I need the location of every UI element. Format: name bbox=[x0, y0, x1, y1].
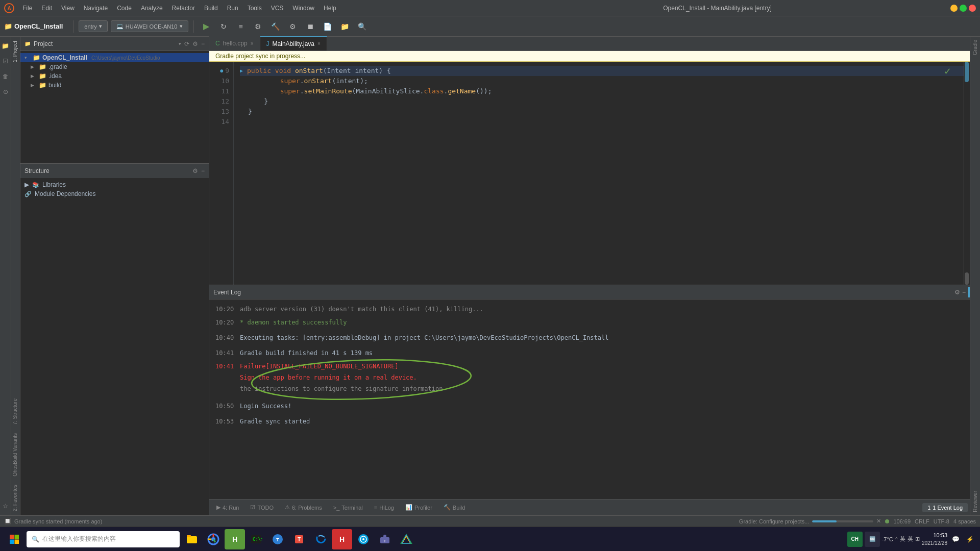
taskbar-app-testapp[interactable]: T bbox=[289, 529, 309, 549]
tree-root[interactable]: ▾ 📁 OpenCL_Install C:\Users\jaymo\DevEco… bbox=[20, 53, 209, 62]
code-content[interactable]: ▶ public void onStart(Intent intent) { s… bbox=[234, 62, 970, 285]
build-list-button[interactable]: ≡ bbox=[234, 19, 248, 34]
menu-file[interactable]: File bbox=[18, 3, 36, 14]
taskbar-app-chrome[interactable] bbox=[203, 529, 224, 549]
project-minimize-icon[interactable]: − bbox=[201, 40, 205, 47]
menu-vcs[interactable]: VCS bbox=[267, 3, 288, 14]
circle-icon[interactable]: ⊙ bbox=[0, 85, 13, 99]
event-log-settings-icon[interactable]: ⚙ bbox=[954, 289, 960, 296]
menu-run[interactable]: Run bbox=[223, 3, 242, 14]
project-view-icon[interactable]: 📁 bbox=[0, 39, 13, 53]
menu-navigate[interactable]: Navigate bbox=[80, 3, 112, 14]
structure-tab-label[interactable]: 7: Structure bbox=[11, 394, 20, 429]
structure-minimize-icon[interactable]: − bbox=[201, 167, 205, 174]
favorites-icon[interactable]: ☆ bbox=[0, 499, 13, 513]
tab-todo[interactable]: ☑ TODO bbox=[245, 503, 279, 512]
maximize-button[interactable]: □ bbox=[960, 5, 967, 12]
tray-expand[interactable]: ^ bbox=[895, 536, 898, 542]
project-tab-label[interactable]: 1: Project bbox=[11, 37, 20, 66]
notification-panel-icon[interactable]: 💬 bbox=[949, 529, 962, 549]
refresh-button[interactable]: ↻ bbox=[216, 19, 231, 34]
taskbar-app-edge[interactable] bbox=[310, 529, 331, 549]
taskbar-app-explorer[interactable] bbox=[182, 529, 202, 549]
taskbar-app-h2[interactable]: H bbox=[332, 529, 352, 549]
tab-hello-cpp-close[interactable]: × bbox=[251, 41, 254, 46]
project-settings-icon[interactable]: ⚙ bbox=[192, 40, 198, 47]
menu-tools[interactable]: Tools bbox=[243, 3, 266, 14]
minimize-button[interactable]: − bbox=[950, 5, 958, 12]
structure-panel-title: Structure bbox=[24, 167, 189, 174]
struct-libraries[interactable]: ▶ 📚 Libraries bbox=[24, 180, 205, 189]
structure-settings-icon[interactable]: ⚙ bbox=[192, 167, 198, 174]
menu-code[interactable]: Code bbox=[113, 3, 136, 14]
tab-event-log[interactable]: 1 1 Event Log bbox=[922, 503, 968, 512]
menu-view[interactable]: View bbox=[57, 3, 79, 14]
input-method[interactable]: 英 bbox=[900, 535, 905, 543]
tree-build[interactable]: ▶ 📁 build bbox=[20, 81, 209, 90]
weather-temp[interactable]: -7°C bbox=[882, 536, 893, 542]
taskbar-app-drive[interactable] bbox=[396, 529, 416, 549]
menu-refactor[interactable]: Refactor bbox=[168, 3, 199, 14]
tab-hello-cpp[interactable]: C hello.cpp × bbox=[209, 36, 260, 51]
build-tab-icon: 🔨 bbox=[444, 504, 451, 511]
system-tray: CH 🔤 -7°C ^ 英 英 ⊞ 10:53 2021/12/28 💬 ⚡ bbox=[847, 529, 976, 549]
input-tray-icon[interactable]: 🔤 bbox=[865, 532, 880, 547]
start-button[interactable] bbox=[4, 529, 24, 549]
search-button[interactable]: 🔍 bbox=[355, 19, 370, 34]
check-icon[interactable]: ☑ bbox=[0, 54, 13, 68]
build-hammer-button[interactable]: 🔨 bbox=[268, 19, 283, 34]
gradle-panel-tab[interactable]: Gradle bbox=[971, 37, 979, 58]
menu-edit[interactable]: Edit bbox=[37, 3, 56, 14]
entry-dropdown[interactable]: entry ▾ bbox=[79, 20, 107, 32]
device-dropdown[interactable]: 💻 HUAWEI OCE-AN10 ▾ bbox=[111, 20, 188, 32]
tree-gradle[interactable]: ▶ 📁 .gradle bbox=[20, 62, 209, 71]
tab-problems[interactable]: ⚠ 6: Problems bbox=[280, 503, 327, 512]
tab-mainability-java[interactable]: J MainAbility.java × bbox=[260, 36, 327, 51]
taskbar-app-cmd[interactable]: C:\> bbox=[246, 529, 266, 549]
folder-button[interactable]: 📁 bbox=[338, 19, 352, 34]
menu-analyze[interactable]: Analyze bbox=[137, 3, 167, 14]
tray-icon-3[interactable]: ⊞ bbox=[915, 536, 920, 542]
delete-icon[interactable]: 🗑 bbox=[0, 69, 13, 84]
tree-idea[interactable]: ▶ 📁 .idea bbox=[20, 71, 209, 81]
status-line-ending: CRLF bbox=[915, 518, 929, 524]
tab-build[interactable]: 🔨 Build bbox=[438, 503, 470, 512]
checkmark-icon: ✓ bbox=[944, 66, 951, 77]
menu-window[interactable]: Window bbox=[288, 3, 318, 14]
tab-terminal[interactable]: >_ Terminal bbox=[328, 503, 368, 512]
struct-module-deps[interactable]: 🔗 Module Dependencies bbox=[24, 189, 205, 198]
teams-icon: T bbox=[379, 533, 391, 545]
favorites-tab-label[interactable]: 2: Favorites bbox=[11, 481, 20, 515]
tab-run[interactable]: ▶ 4: Run bbox=[211, 503, 244, 512]
tab-mainability-close[interactable]: × bbox=[317, 41, 321, 46]
stop-button[interactable]: ⏹ bbox=[303, 19, 317, 34]
tab-hilog[interactable]: ≡ HiLog bbox=[369, 503, 399, 512]
editor-scrollbar[interactable] bbox=[964, 62, 970, 285]
taskbar-app-browser2[interactable] bbox=[353, 529, 374, 549]
tab-profiler[interactable]: 📊 Profiler bbox=[400, 503, 437, 512]
ch-tray-icon[interactable]: CH bbox=[847, 532, 863, 547]
reviewer-panel-tab[interactable]: Reviewer bbox=[971, 488, 979, 515]
chosbuild-tab-label[interactable]: OhosBuild Variants bbox=[11, 429, 20, 481]
status-indent: 4 spaces bbox=[953, 518, 976, 524]
menu-help[interactable]: Help bbox=[320, 3, 340, 14]
file-button[interactable]: 📄 bbox=[321, 19, 335, 34]
project-sync-icon[interactable]: ⟳ bbox=[184, 40, 189, 47]
build-settings-button[interactable]: ⚙ bbox=[251, 19, 265, 34]
run-button[interactable]: ▶ bbox=[199, 19, 213, 34]
struct-module-label: Module Dependencies bbox=[35, 190, 95, 197]
event-log-minimize-icon[interactable]: − bbox=[962, 289, 966, 296]
cancel-progress-icon[interactable]: ✕ bbox=[876, 518, 881, 524]
taskbar-app-h1[interactable]: H bbox=[225, 529, 245, 549]
taskbar-search[interactable]: 🔍 在这里输入你要搜索的内容 bbox=[27, 531, 180, 547]
taskbar-app-torino[interactable]: T bbox=[267, 529, 288, 549]
testapp-icon: T bbox=[293, 533, 305, 545]
menu-build[interactable]: Build bbox=[200, 3, 222, 14]
taskbar-app-teams[interactable]: T bbox=[375, 529, 395, 549]
tray-icon-2[interactable]: 英 bbox=[908, 535, 913, 543]
edge-icon bbox=[314, 533, 327, 545]
system-clock[interactable]: 10:53 2021/12/28 bbox=[922, 532, 947, 547]
tray-action-icon[interactable]: ⚡ bbox=[964, 529, 976, 549]
close-button[interactable]: × bbox=[969, 5, 976, 12]
settings-button[interactable]: ⚙ bbox=[286, 19, 300, 34]
